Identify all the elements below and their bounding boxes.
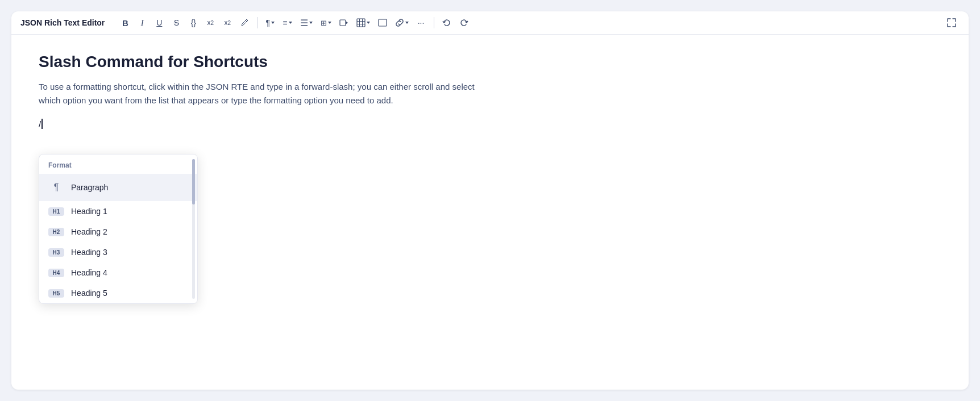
editor-container: JSON Rich Text Editor B I U S {} x2 x2 ¶… bbox=[11, 11, 969, 390]
separator-2 bbox=[434, 17, 434, 28]
dropdown-item-h5[interactable]: H5 Heading 5 bbox=[39, 283, 197, 303]
svg-rect-8 bbox=[379, 19, 387, 26]
separator-1 bbox=[257, 17, 258, 28]
paragraph-style-button[interactable]: ¶ bbox=[262, 15, 278, 31]
dropdown-item-h1[interactable]: H1 Heading 1 bbox=[39, 201, 197, 222]
bold-button[interactable]: B bbox=[117, 15, 133, 31]
italic-button[interactable]: I bbox=[134, 15, 150, 31]
h3-badge: H3 bbox=[48, 248, 64, 257]
align-button[interactable]: ≡ bbox=[279, 15, 295, 31]
svg-rect-3 bbox=[357, 19, 365, 27]
h5-label: Heading 5 bbox=[71, 289, 188, 298]
h2-label: Heading 2 bbox=[71, 227, 188, 236]
redo-button[interactable] bbox=[456, 15, 472, 31]
subscript-button[interactable]: x2 bbox=[219, 15, 235, 31]
more-button[interactable]: ··· bbox=[413, 15, 429, 31]
dropdown-section-label: Format bbox=[39, 154, 197, 174]
h1-label: Heading 1 bbox=[71, 207, 188, 216]
dropdown-item-h2[interactable]: H2 Heading 2 bbox=[39, 222, 197, 242]
slash-char: / bbox=[39, 119, 41, 129]
paragraph-label: Paragraph bbox=[71, 183, 188, 192]
h1-badge: H1 bbox=[48, 207, 64, 216]
slash-dropdown: Format ¶ Paragraph H1 Heading 1 H2 Headi… bbox=[39, 154, 198, 304]
paragraph-icon: ¶ bbox=[48, 179, 64, 195]
code-button[interactable]: {} bbox=[185, 15, 201, 31]
superscript-button[interactable]: x2 bbox=[202, 15, 218, 31]
embed-button[interactable] bbox=[375, 15, 391, 31]
scrollbar-thumb[interactable] bbox=[192, 159, 195, 204]
text-cursor bbox=[41, 119, 43, 129]
editor-body[interactable]: Slash Command for Shortcuts To use a for… bbox=[11, 35, 969, 390]
scrollbar-track[interactable] bbox=[192, 159, 195, 299]
toolbar: JSON Rich Text Editor B I U S {} x2 x2 ¶… bbox=[11, 11, 969, 35]
embed-table-button[interactable]: ⊞ bbox=[317, 15, 335, 31]
editor-input-line: / bbox=[39, 119, 941, 129]
dropdown-item-paragraph[interactable]: ¶ Paragraph bbox=[39, 174, 197, 201]
undo-button[interactable] bbox=[439, 15, 455, 31]
h2-badge: H2 bbox=[48, 228, 64, 236]
svg-line-0 bbox=[246, 20, 247, 22]
app-title: JSON Rich Text Editor bbox=[20, 18, 105, 27]
table-button[interactable] bbox=[353, 15, 373, 31]
h3-label: Heading 3 bbox=[71, 248, 188, 257]
document-description: To use a formatting shortcut, click with… bbox=[39, 80, 482, 107]
video-button[interactable] bbox=[336, 15, 352, 31]
document-title: Slash Command for Shortcuts bbox=[39, 53, 941, 71]
h4-label: Heading 4 bbox=[71, 268, 188, 277]
link-button[interactable] bbox=[392, 15, 412, 31]
strikethrough-button[interactable]: S bbox=[168, 15, 184, 31]
h4-badge: H4 bbox=[48, 269, 64, 277]
underline-button[interactable]: U bbox=[151, 15, 167, 31]
highlight-button[interactable] bbox=[236, 15, 252, 31]
h5-badge: H5 bbox=[48, 289, 64, 298]
expand-button[interactable] bbox=[944, 15, 960, 31]
dropdown-item-h3[interactable]: H3 Heading 3 bbox=[39, 242, 197, 262]
svg-rect-1 bbox=[340, 20, 346, 26]
dropdown-item-h4[interactable]: H4 Heading 4 bbox=[39, 262, 197, 283]
svg-marker-2 bbox=[346, 21, 348, 24]
list-button[interactable]: ☰ bbox=[297, 15, 316, 31]
